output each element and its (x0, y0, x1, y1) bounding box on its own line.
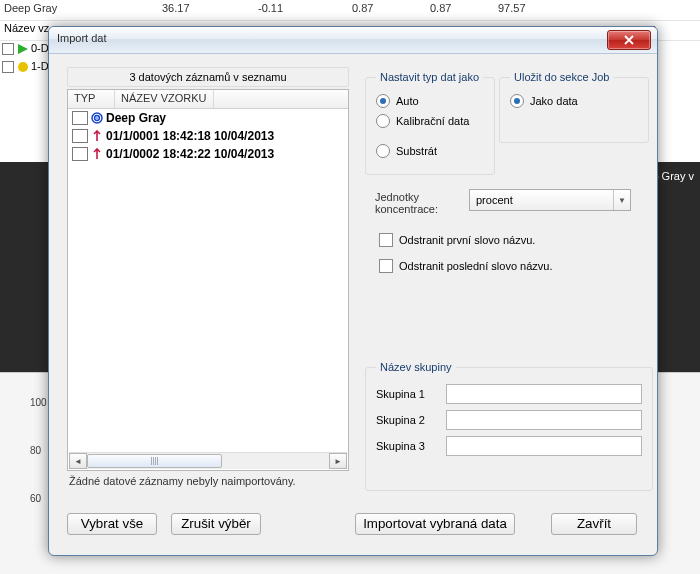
radio-substrate[interactable]: Substrát (376, 141, 484, 161)
import-dialog: Import dat 3 datových záznamů v seznamu … (48, 26, 658, 556)
bg-c1: 36.17 (162, 2, 190, 14)
radio-icon (376, 94, 390, 108)
list-item[interactable]: 01/1/0001 18:42:18 10/04/2013 (68, 127, 348, 145)
import-selected-button[interactable]: Importovat vybraná data (355, 513, 515, 535)
group-name-row: Skupina 1 (376, 381, 642, 407)
units-combobox[interactable]: procent ▼ (469, 189, 631, 211)
checkbox-icon (379, 233, 393, 247)
select-all-button[interactable]: Vybrat vše (67, 513, 157, 535)
record-count-label: 3 datových záznamů v seznamu (67, 67, 349, 87)
list-header: TYP NÁZEV VZORKU (68, 90, 348, 109)
flag-yellow-icon (18, 62, 28, 72)
target-icon (90, 111, 104, 125)
units-label: Jednotky koncentrace: (375, 191, 455, 215)
scroll-thumb[interactable] (87, 454, 222, 468)
units-value: procent (470, 194, 613, 206)
import-status: Žádné datové záznamy nebyly naimportován… (69, 475, 296, 487)
arrow-up-icon (90, 147, 104, 161)
bg-c3: 0.87 (352, 2, 373, 14)
list-item[interactable]: Deep Gray (68, 109, 348, 127)
group-1-label: Skupina 1 (376, 388, 436, 400)
dialog-title: Import dat (57, 32, 107, 44)
record-list[interactable]: TYP NÁZEV VZORKU Deep Gray 01/1/0001 18:… (67, 89, 349, 471)
close-dialog-button[interactable]: Zavřít (551, 513, 637, 535)
scroll-right-button[interactable]: ► (329, 453, 347, 469)
radio-auto[interactable]: Auto (376, 91, 484, 111)
group-1-input[interactable] (446, 384, 642, 404)
deselect-button[interactable]: Zrušit výběr (171, 513, 261, 535)
group-names: Název skupiny Skupina 1 Skupina 2 Skupin… (365, 361, 653, 491)
chevron-down-icon: ▼ (613, 190, 630, 210)
dialog-body: 3 datových záznamů v seznamu TYP NÁZEV V… (57, 61, 649, 547)
svg-point-2 (96, 117, 98, 119)
bg-name: Deep Gray (4, 2, 57, 14)
radio-as-data[interactable]: Jako data (510, 91, 638, 111)
group-3-label: Skupina 3 (376, 440, 436, 452)
list-rows: Deep Gray 01/1/0001 18:42:18 10/04/2013 … (68, 109, 348, 163)
group-names-legend: Název skupiny (376, 361, 456, 373)
scroll-left-button[interactable]: ◄ (69, 453, 87, 469)
group-name-row: Skupina 3 (376, 433, 642, 459)
list-item[interactable]: 01/1/0002 18:42:22 10/04/2013 (68, 145, 348, 163)
group-name-row: Skupina 2 (376, 407, 642, 433)
bg-col-name: Název vz (4, 22, 49, 34)
remove-first-word-checkbox[interactable]: Odstranit první slovo názvu. (379, 233, 535, 247)
row-checkbox[interactable] (72, 129, 88, 143)
titlebar[interactable]: Import dat (49, 27, 657, 54)
radio-icon (510, 94, 524, 108)
checkbox-icon (379, 259, 393, 273)
row-label: 01/1/0002 18:42:22 10/04/2013 (106, 147, 274, 161)
save-section-legend: Uložit do sekce Job (510, 71, 613, 83)
close-button[interactable] (607, 30, 651, 50)
bg-c5: 97.57 (498, 2, 526, 14)
bg-c2: -0.11 (258, 2, 283, 14)
axis-tick: 80 (30, 445, 41, 456)
row-label: Deep Gray (106, 111, 166, 125)
radio-icon (376, 144, 390, 158)
axis-tick: 100 (30, 397, 47, 408)
radio-icon (376, 114, 390, 128)
row-label: 01/1/0001 18:42:18 10/04/2013 (106, 129, 274, 143)
axis-tick: 60 (30, 493, 41, 504)
group-3-input[interactable] (446, 436, 642, 456)
row-checkbox[interactable] (72, 111, 88, 125)
bg-c4: 0.87 (430, 2, 451, 14)
save-section-group: Uložit do sekce Job Jako data (499, 71, 649, 143)
col-name[interactable]: NÁZEV VZORKU (115, 90, 214, 108)
col-typ[interactable]: TYP (68, 90, 115, 108)
data-type-legend: Nastavit typ dat jako (376, 71, 483, 83)
close-icon (624, 35, 634, 45)
radio-calibration[interactable]: Kalibrační data (376, 111, 484, 131)
remove-last-word-checkbox[interactable]: Odstranit poslední slovo názvu. (379, 259, 552, 273)
data-type-group: Nastavit typ dat jako Auto Kalibrační da… (365, 71, 495, 175)
flag-green-icon (18, 44, 28, 54)
group-2-label: Skupina 2 (376, 414, 436, 426)
horizontal-scrollbar[interactable]: ◄ ► (69, 452, 347, 469)
bg-data-row: Deep Gray 36.17 -0.11 0.87 0.87 97.57 (0, 0, 700, 21)
group-2-input[interactable] (446, 410, 642, 430)
arrow-up-icon (90, 129, 104, 143)
row-checkbox[interactable] (72, 147, 88, 161)
scroll-track[interactable] (87, 454, 329, 468)
